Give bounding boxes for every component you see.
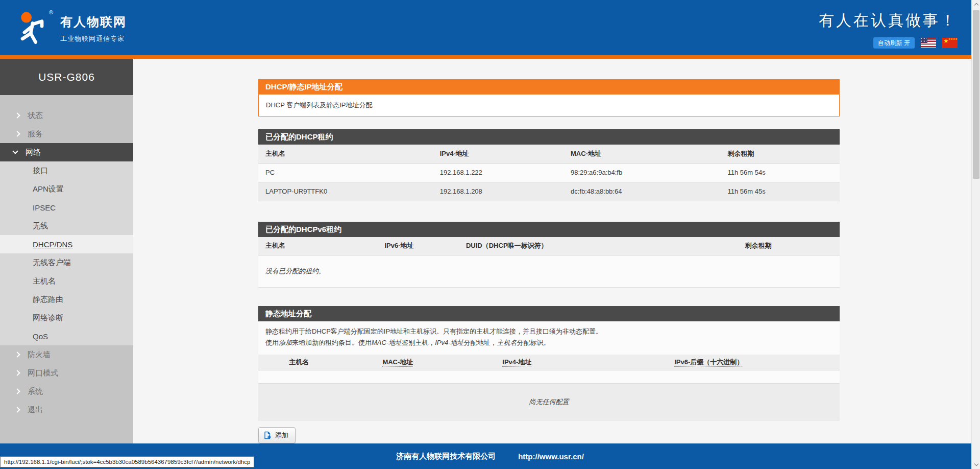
table-row: PC 192.168.1.222 98:29:a6:9a:b4:fb 11h 5… [258,163,840,182]
col-duid: DUID（DHCP唯一标识符） [459,237,738,255]
scrollbar[interactable] [971,0,980,469]
sidebar-item-wireless-clients[interactable]: 无线客户端 [0,253,133,272]
col-lease-remaining: 剩余租期 [720,145,840,163]
dhcpv6-leases-table: 主机名 IPv6-地址 DUID（DHCP唯一标识符） 剩余租期 [258,237,840,256]
tagline: 有人在认真做事！ [819,10,958,31]
static-leases-header-row: 主机名 MAC-地址 IPv4-地址 IPv6-后缀（十六进制） [258,355,840,370]
device-name: USR-G806 [0,59,133,95]
col-ipv6: IPv6-地址 [377,237,458,255]
footer-url-link[interactable]: http://www.usr.cn/ [518,452,584,461]
browser-status-url: http://192.168.1.1/cgi-bin/luci/;stok=4c… [0,456,254,467]
page-header: DHCP/静态IP地址分配 DHCP 客户端列表及静态IP地址分配 [258,79,840,116]
sidebar-menu: 状态 服务 网络 接口 APN设置 IPSEC 无线 DHCP/DNS 无线客户… [0,106,133,419]
sidebar: USR-G806 状态 服务 网络 接口 APN设置 IPSEC 无线 DHCP… [0,59,133,443]
chevron-right-icon [14,351,20,357]
col-ipv4: IPv4-地址 [456,358,578,367]
chevron-right-icon [14,112,20,118]
static-leases-empty-message: 尚无任何配置 [258,384,840,420]
static-leases-blank-row [258,370,840,384]
chevron-right-icon [14,388,20,394]
static-leases-section: 静态地址分配 静态租约用于给DHCP客户端分配固定的IP地址和主机标识。只有指定… [258,306,840,443]
sidebar-item-status[interactable]: 状态 [0,106,133,125]
chevron-up-icon [974,3,978,7]
sidebar-item-wireless[interactable]: 无线 [0,217,133,235]
table-header-row: 主机名 IPv4-地址 MAC-地址 剩余租期 [258,145,840,163]
us-flag-icon[interactable] [921,38,936,48]
orange-divider [0,55,980,59]
description-line: 使用添加来增加新的租约条目。使用MAC-地址鉴别主机，IPv4-地址分配地址，主… [265,337,832,348]
page-subtitle: DHCP 客户端列表及静态IP地址分配 [258,95,840,116]
add-button[interactable]: 添加 [258,427,296,443]
table-header-row: 主机名 IPv6-地址 DUID（DHCP唯一标识符） 剩余租期 [258,237,840,255]
section-title: 静态地址分配 [258,306,840,321]
col-hostname: 主机名 [258,358,339,367]
chevron-right-icon [14,370,20,376]
sidebar-item-port-mode[interactable]: 网口模式 [0,364,133,382]
dhcpv6-leases-section: 已分配的DHCPv6租约 主机名 IPv6-地址 DUID（DHCP唯一标识符）… [258,222,840,288]
add-document-icon [263,431,272,439]
usr-person-logo-icon: ® [13,8,52,47]
sidebar-item-static-routes[interactable]: 静态路由 [0,290,133,309]
brand: ® 有人物联网 工业物联网通信专家 [13,0,127,55]
table-row: LAPTOP-UR9TTFK0 192.168.1.208 dc:fb:48:a… [258,182,840,201]
section-title: 已分配的DHCPv6租约 [258,222,840,237]
sidebar-item-interfaces[interactable]: 接口 [0,161,133,180]
sidebar-item-apn[interactable]: APN设置 [0,180,133,198]
sidebar-item-diagnostics[interactable]: 网络诊断 [0,309,133,327]
description-line: 静态租约用于给DHCP客户端分配固定的IP地址和主机标识。只有指定的主机才能连接… [265,326,832,337]
main-content: DHCP/静态IP地址分配 DHCP 客户端列表及静态IP地址分配 已分配的DH… [133,59,980,443]
footer-company: 济南有人物联网技术有限公司 [396,452,496,461]
brand-name: 有人物联网 [60,14,127,30]
col-mac: MAC-地址 [339,358,456,367]
chevron-down-icon [12,148,18,154]
col-ipv4: IPv4-地址 [433,145,564,163]
scroll-down-button[interactable] [972,460,980,469]
col-ipv6-suffix: IPv6-后缀（十六进制） [578,358,840,367]
sidebar-item-hostname[interactable]: 主机名 [0,272,133,290]
dhcp-leases-table: 主机名 IPv4-地址 MAC-地址 剩余租期 PC 192.168.1.222… [258,145,840,201]
chevron-right-icon [14,131,20,136]
cn-flag-icon[interactable]: ★ ★★★★ [942,38,958,48]
page-title: DHCP/静态IP地址分配 [258,79,840,95]
sidebar-item-qos[interactable]: QoS [0,327,133,345]
col-hostname: 主机名 [258,237,377,255]
sidebar-item-logout[interactable]: 退出 [0,401,133,419]
dhcpv6-empty-message: 没有已分配的租约。 [258,255,840,288]
chevron-right-icon [14,407,20,412]
sidebar-item-network[interactable]: 网络 [0,143,133,161]
brand-slogan: 工业物联网通信专家 [60,34,127,43]
registered-mark: ® [49,9,53,15]
col-mac: MAC-地址 [564,145,721,163]
scrollbar-thumb[interactable] [973,10,979,179]
col-hostname: 主机名 [258,145,433,163]
sidebar-item-ipsec[interactable]: IPSEC [0,198,133,217]
sidebar-item-dhcp-dns[interactable]: DHCP/DNS [0,235,133,253]
chevron-down-icon [974,462,978,466]
col-lease-remaining: 剩余租期 [738,237,840,255]
scroll-up-button[interactable] [972,0,980,9]
sidebar-item-services[interactable]: 服务 [0,125,133,143]
page: ® 有人物联网 工业物联网通信专家 有人在认真做事！ 自动刷新 开 ★ ★★★★… [0,0,980,469]
sidebar-item-system[interactable]: 系统 [0,382,133,401]
top-header: ® 有人物联网 工业物联网通信专家 有人在认真做事！ 自动刷新 开 ★ ★★★★ [0,0,980,55]
static-leases-description: 静态租约用于给DHCP客户端分配固定的IP地址和主机标识。只有指定的主机才能连接… [258,321,840,355]
section-title: 已分配的DHCP租约 [258,129,840,145]
auto-refresh-toggle[interactable]: 自动刷新 开 [873,37,915,49]
sidebar-item-firewall[interactable]: 防火墙 [0,345,133,364]
dhcp-leases-section: 已分配的DHCP租约 主机名 IPv4-地址 MAC-地址 剩余租期 [258,129,840,201]
